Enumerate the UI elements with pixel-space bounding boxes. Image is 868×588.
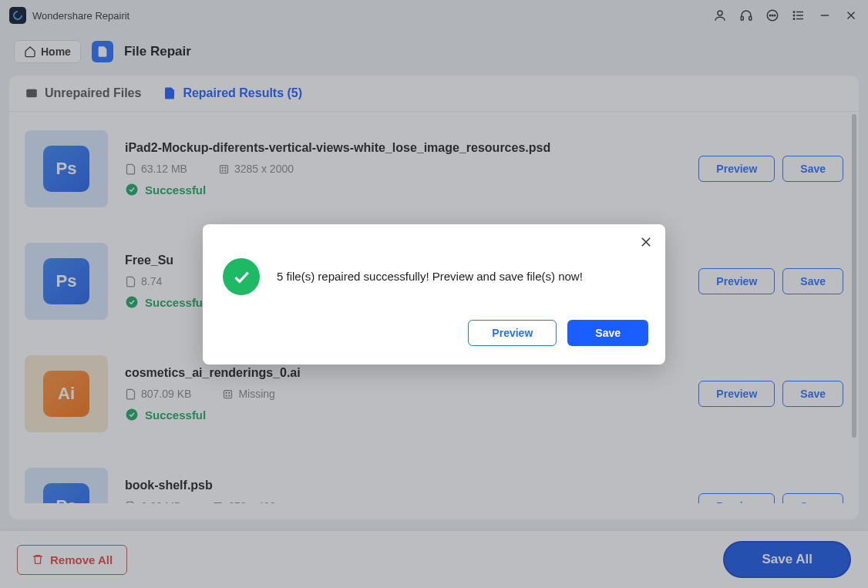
modal-body: 5 file(s) repaired successfully! Preview… <box>220 238 648 311</box>
modal-preview-button[interactable]: Preview <box>468 320 557 346</box>
modal-save-button[interactable]: Save <box>567 320 648 346</box>
modal-close-button[interactable] <box>639 235 653 252</box>
success-check-icon <box>223 258 260 295</box>
modal-message: 5 file(s) repaired successfully! Preview… <box>277 270 583 283</box>
close-icon <box>639 235 653 249</box>
success-modal: 5 file(s) repaired successfully! Preview… <box>203 224 665 365</box>
modal-actions: Preview Save <box>220 320 648 346</box>
modal-overlay: 5 file(s) repaired successfully! Preview… <box>0 0 868 588</box>
